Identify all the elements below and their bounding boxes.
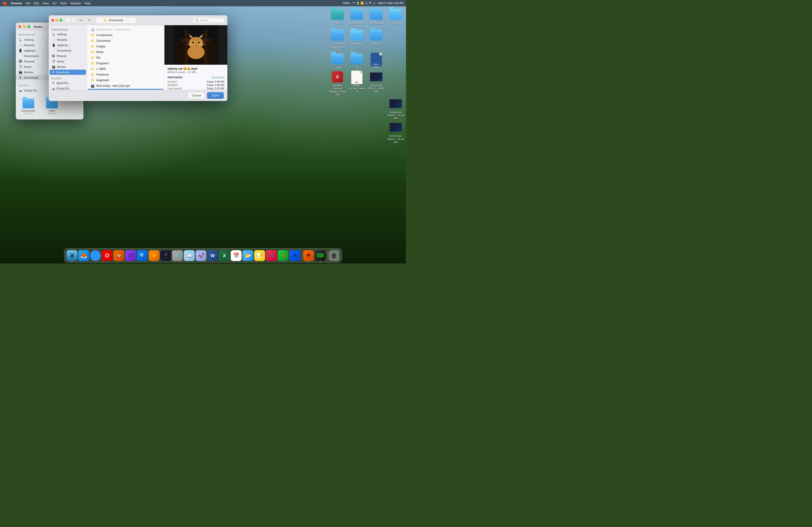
menu-tools[interactable]: Tools	[60, 2, 67, 5]
dialog-close-button[interactable]	[52, 19, 54, 21]
dialog-back-button[interactable]: ‹	[66, 18, 70, 23]
desktop-icon-bmg[interactable]: 1. BMG	[329, 53, 346, 69]
menu-file[interactable]: File	[26, 2, 30, 5]
dock-proxyman[interactable]: 🔍	[137, 250, 148, 261]
file-row-kingkhalid[interactable]: 📁 kingkhalid	[88, 77, 163, 83]
desktop-icon-softwares[interactable]: Softwares	[367, 29, 385, 51]
dock-finder[interactable]: 🖥	[67, 250, 77, 261]
file-open-dialog: ‹ › ⊞▾ ☰▾ 📁 Downloads ⌃⌄ 🔍 Search Favour…	[49, 15, 227, 101]
dock-firefox[interactable]: 🦊	[78, 250, 89, 261]
dock-brave[interactable]: 🦁	[114, 250, 124, 261]
svg-point-16	[199, 42, 200, 42]
dock-music[interactable]: 🎵	[266, 250, 277, 261]
icloud-icon: ☁	[52, 87, 55, 90]
dsidebar-recents[interactable]: 🕐 Recents	[49, 37, 86, 42]
dock-appstore[interactable]: A	[289, 250, 300, 261]
menu-help[interactable]: Help	[84, 2, 90, 5]
cancel-button[interactable]: Cancel	[188, 92, 205, 99]
file-row-programs[interactable]: 📁 Programs ›	[88, 61, 163, 66]
menu-view[interactable]: View	[43, 2, 49, 5]
documents-icon: 📄	[52, 49, 56, 52]
minimize-button[interactable]	[23, 25, 26, 28]
dsidebar-downloads[interactable]: ⬇ Downloads	[49, 70, 86, 75]
file-row-music[interactable]: 📁 Music ›	[88, 49, 163, 55]
datetime: Wed 27 Mar 5:08 AM	[378, 2, 404, 5]
dock-word[interactable]: W	[207, 250, 218, 261]
view-list-button[interactable]: ☰▾	[86, 18, 92, 23]
dock-notes[interactable]: 📝	[254, 250, 265, 261]
file-row-freelance[interactable]: 📁 Freelance	[88, 72, 163, 77]
desktop-icon-freelance[interactable]: Freelance	[387, 8, 405, 28]
dock-robinhoodie[interactable]: 🌿	[278, 250, 289, 261]
file-row-bmg[interactable]: 📁 1. BMG	[88, 66, 163, 72]
dsidebar-pictures[interactable]: 🖼 Pictures	[49, 54, 86, 59]
show-more-button[interactable]: Show More	[212, 76, 224, 79]
dialog-location[interactable]: 📁 Downloads ⌃⌄	[96, 17, 136, 23]
created-value: Today, 4:48 AM	[207, 80, 224, 83]
dsidebar-documents[interactable]: 📄 Documents	[49, 48, 86, 53]
folder-arrow-icon: ›	[160, 45, 161, 48]
dock-altstore[interactable]: ⬡	[125, 250, 136, 261]
dialog-maximize-button[interactable]	[60, 19, 62, 21]
desktop-icon-pw[interactable]: DOCX PW	[367, 53, 385, 69]
open-button[interactable]: Open	[207, 92, 224, 99]
dialog-forward-button[interactable]: ›	[71, 18, 76, 23]
pictures-icon: 🖼	[18, 60, 22, 63]
dock-ios[interactable]: 📱	[160, 250, 171, 261]
dock-opera[interactable]: O	[102, 250, 113, 261]
dock-excel[interactable]: X	[219, 250, 230, 261]
dsidebar-icloud-drive[interactable]: ☁ iCloud Dri...	[49, 86, 86, 90]
desktop-icon-downloads[interactable]: Downloads	[348, 29, 366, 51]
svg-point-14	[198, 41, 200, 44]
dsidebar-quicktime[interactable]: ⏱ QuickTim...	[49, 80, 86, 86]
video-rick-icon: 🎬	[91, 84, 95, 88]
maximize-button[interactable]	[28, 25, 30, 28]
dialog-minimize-button[interactable]	[56, 19, 58, 21]
dock-files[interactable]: 📂	[243, 250, 253, 261]
desktop-icon-google[interactable]: The Complete Google...PAID FOR	[329, 29, 346, 51]
desktop-icon-jibril[interactable]: Jibril Backup	[367, 8, 385, 28]
file-row-rick[interactable]: 🎬 Rick Astley...olled (lol).mp4	[88, 83, 163, 89]
dock-sysprefs[interactable]: ⚙️	[172, 250, 183, 261]
folder-kingkhalid-icon: 📁	[91, 78, 95, 82]
dock-chrome[interactable]: 🌐	[90, 250, 101, 261]
dock-trash[interactable]: 🗑	[329, 250, 339, 261]
file-row-compressed[interactable]: 📁 Compressed ›	[88, 32, 163, 38]
dsidebar-applications[interactable]: 📱 Applicati...	[49, 43, 86, 48]
file-row-blog[interactable]: 📊 blog brief-co...to audio.xlsx	[88, 27, 163, 32]
dock-vlc[interactable]: 🔶	[149, 250, 159, 261]
search-bar[interactable]: 🔍 Search	[193, 18, 224, 23]
desktop-icon-zero[interactable]: 0	[348, 53, 366, 69]
close-button[interactable]	[18, 25, 21, 28]
desktop-icon-screenshot3[interactable]: Screenshot 2024-0....06.43 AM	[387, 121, 405, 144]
dock-dictionary[interactable]: 📖	[184, 250, 195, 261]
dock-calendar[interactable]: 📅	[231, 250, 242, 261]
documents-label: Documents	[24, 54, 39, 58]
dock-iterm[interactable]: ⌨	[315, 250, 326, 261]
finder-folder-compressed[interactable]: Compressed No items	[19, 99, 38, 115]
desktop-icon-arcane[interactable]: Arcane (2021) [1080p]	[348, 8, 366, 28]
menu-edit[interactable]: Edit	[34, 2, 39, 5]
dock-launchpad[interactable]: 🚀	[195, 250, 206, 261]
dsidebar-movies[interactable]: 🎬 Movies	[49, 64, 86, 70]
music-icon: 🎵	[18, 65, 22, 69]
desktop-icon-screenshot2[interactable]: Screenshot 2024-0....51.10 AM	[387, 97, 405, 120]
view-icon-button[interactable]: ⊞▾	[77, 18, 84, 23]
menu-window[interactable]: Window	[70, 2, 81, 5]
desktop-icon-halo[interactable]: Halo	[329, 8, 346, 28]
folder-music-icon: 📁	[91, 50, 95, 54]
dock-preview[interactable]: 👁	[303, 250, 314, 261]
apple-menu[interactable]: 🍎	[3, 1, 7, 5]
preview-section-header: Information Show More	[168, 76, 224, 79]
dsidebar-airdrop[interactable]: 📡 AirDrop	[49, 32, 86, 37]
file-row-pik[interactable]: 📁 Pik ›	[88, 55, 163, 60]
desktop-icon-readme[interactable]: RTF Read-me_Про...меня.rtf	[348, 71, 366, 96]
menu-go[interactable]: Go	[52, 2, 56, 5]
app-name[interactable]: Preview	[11, 2, 22, 5]
desktop-icon-parallels[interactable]: ⚙ Parallels Desktop Activati...Tool.dmg	[329, 71, 346, 96]
file-row-documents[interactable]: 📁 Documents ›	[88, 38, 163, 44]
desktop-icon-screenshot1[interactable]: Screenshot 2024-0....48.52 AM	[367, 71, 385, 96]
file-row-images[interactable]: 📁 Images ›	[88, 44, 163, 49]
dsidebar-music[interactable]: 🎵 Music	[49, 59, 86, 64]
documents-icon: 📄	[18, 54, 22, 58]
